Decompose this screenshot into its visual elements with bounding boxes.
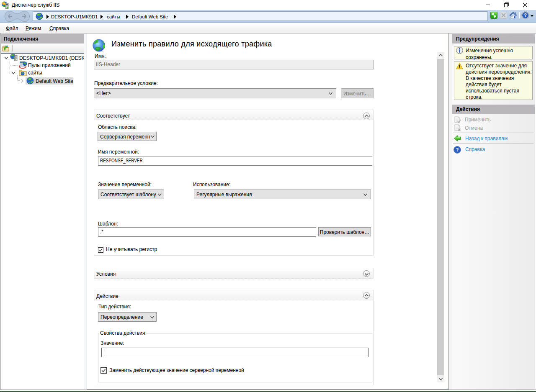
svg-text:?: ? <box>456 147 459 152</box>
svg-text:?: ? <box>524 13 527 18</box>
